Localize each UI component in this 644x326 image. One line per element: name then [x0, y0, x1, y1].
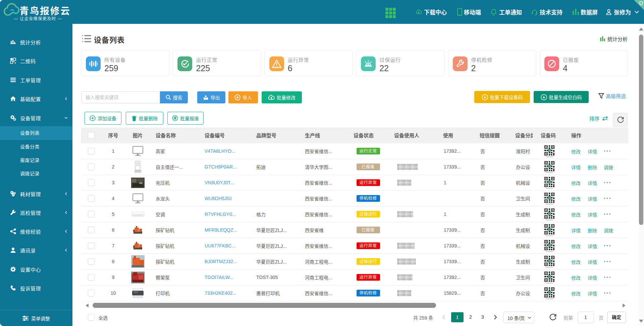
svg-text:废: 废	[173, 116, 176, 120]
